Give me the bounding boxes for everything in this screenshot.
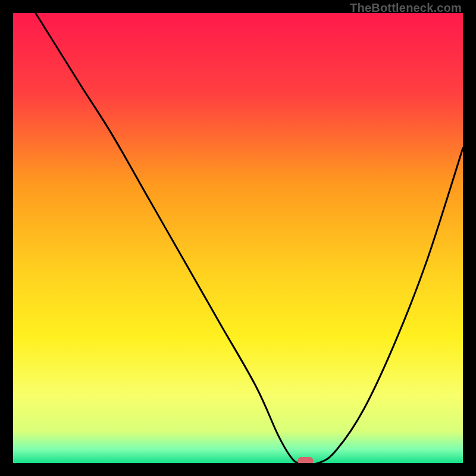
plot-area: [13, 13, 463, 463]
bottleneck-chart: [13, 13, 463, 463]
gradient-background: [13, 13, 463, 463]
minimum-marker: [298, 457, 313, 463]
watermark-text: TheBottleneck.com: [350, 1, 462, 15]
